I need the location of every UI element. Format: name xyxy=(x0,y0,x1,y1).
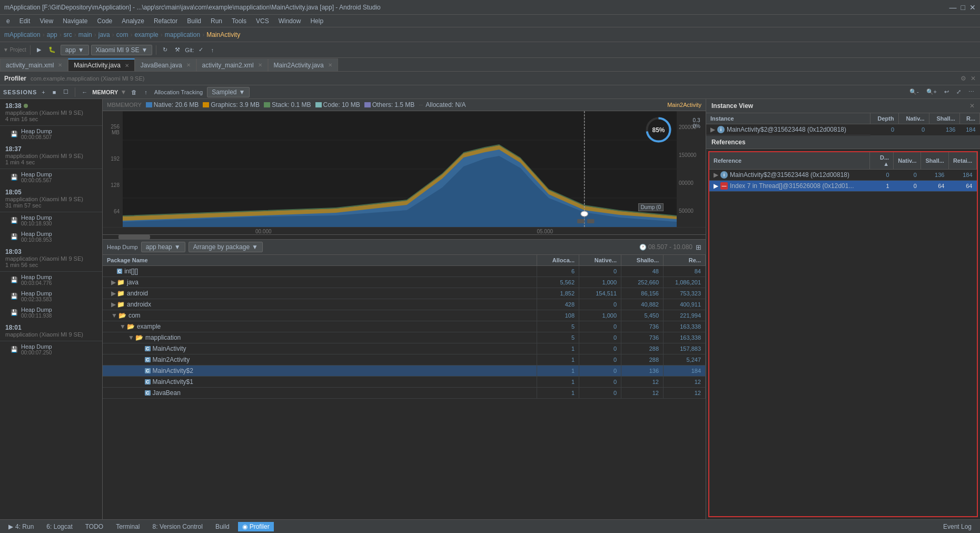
breadcrumb-main[interactable]: main xyxy=(78,31,92,38)
tab-close-icon[interactable]: ✕ xyxy=(125,63,129,68)
heap-dump-item-6[interactable]: 💾 Heap Dump 00:02:33.583 xyxy=(0,288,102,304)
tab-close-icon[interactable]: ✕ xyxy=(186,62,191,68)
col-alloca[interactable]: Alloca... xyxy=(537,255,579,266)
expand-icon[interactable]: ▼ xyxy=(120,323,126,330)
zoom-in-button[interactable]: 🔍+ xyxy=(924,87,939,96)
menu-item-window[interactable]: Window xyxy=(274,16,305,26)
maximize-button[interactable]: □ xyxy=(961,3,965,12)
menu-item-refactor[interactable]: Refactor xyxy=(150,16,182,26)
sync-button[interactable]: ↻ xyxy=(160,45,170,54)
minimize-button[interactable]: — xyxy=(949,3,957,12)
col-shallow[interactable]: Shallo... xyxy=(621,255,664,266)
close-button[interactable]: ✕ xyxy=(969,3,976,12)
table-row[interactable]: C MainActivity$1 1 0 12 12 xyxy=(103,377,706,388)
session-item-1837[interactable]: 18:37 mapplication (Xiaomi MI 9 SE) 1 mi… xyxy=(0,142,102,169)
status-tab-build[interactable]: Build xyxy=(211,522,234,531)
table-row[interactable]: ▶ 📁 java 5,562 1,000 252,660 1,086,201 xyxy=(103,277,706,288)
expand-icon[interactable]: ▶ xyxy=(111,279,116,286)
memory-dropdown-icon[interactable]: ▼ xyxy=(120,88,126,96)
status-tab-logcat[interactable]: 6: Logcat xyxy=(42,522,76,531)
col-depth[interactable]: D... ▲ xyxy=(870,152,894,170)
expand-button[interactable]: ⤢ xyxy=(954,87,964,96)
instance-row[interactable]: ▶ i MainActivity$2@315623448 (0x12d00818… xyxy=(706,124,980,136)
breadcrumb-example[interactable]: example xyxy=(134,31,158,38)
tab-main2activity[interactable]: Main2Activity.java ✕ xyxy=(268,58,338,71)
menu-item-analyze[interactable]: Analyze xyxy=(117,16,149,26)
instance-table-container[interactable]: Instance Depth Nativ... Shall... R... ▶ … xyxy=(706,113,980,136)
instance-view-close[interactable]: ✕ xyxy=(969,102,975,110)
menu-item-file[interactable]: e xyxy=(2,16,14,26)
table-row[interactable]: ▼ 📂 mapplication 5 0 736 163,338 xyxy=(103,332,706,343)
tab-activity-main2[interactable]: activity_main2.xml ✕ xyxy=(196,58,268,71)
col-native[interactable]: Native... xyxy=(579,255,621,266)
menu-item-run[interactable]: Run xyxy=(206,16,226,26)
menu-item-vcs[interactable]: VCS xyxy=(252,16,273,26)
menu-item-view[interactable]: View xyxy=(35,16,57,26)
tab-javabean[interactable]: JavaBean.java ✕ xyxy=(135,58,196,71)
expand-icon[interactable]: ▼ xyxy=(111,312,117,319)
back-button[interactable]: ← xyxy=(79,88,90,96)
heap-type-dropdown[interactable]: app heap ▼ xyxy=(141,242,185,252)
menu-item-edit[interactable]: Edit xyxy=(15,16,35,26)
menu-item-tools[interactable]: Tools xyxy=(227,16,251,26)
expand-icon[interactable]: ▶ xyxy=(111,301,116,308)
breadcrumb-app[interactable]: app xyxy=(47,31,57,38)
table-row-selected[interactable]: C MainActivity$2 1 0 136 184 xyxy=(103,366,706,377)
arrange-dropdown[interactable]: Arrange by package ▼ xyxy=(189,242,263,252)
table-row[interactable]: C int[][] 6 0 48 84 xyxy=(103,266,706,277)
table-row[interactable]: ▶ 📁 androidx 428 0 40,882 400,911 xyxy=(103,299,706,310)
close-session-button[interactable]: ☐ xyxy=(61,87,71,96)
sampled-dropdown[interactable]: Sampled ▼ xyxy=(207,87,250,97)
table-row[interactable]: ▼ 📂 com 108 1,000 5,450 221,994 xyxy=(103,310,706,321)
heap-dump-item-3[interactable]: 💾 Heap Dump 00:10:18.930 xyxy=(0,212,102,229)
scrollbar-thumb[interactable] xyxy=(118,235,150,239)
package-table-container[interactable]: Package Name Alloca... Native... Shallo.… xyxy=(103,255,706,519)
table-row[interactable]: ▶ 📁 android 1,852 154,511 86,156 753,323 xyxy=(103,288,706,299)
heap-dump-item-1[interactable]: 💾 Heap Dump 00:00:08.507 xyxy=(0,126,102,142)
status-tab-eventlog[interactable]: Event Log xyxy=(939,522,976,531)
menu-item-code[interactable]: Code xyxy=(93,16,117,26)
git-check-button[interactable]: ✓ xyxy=(196,45,206,54)
breadcrumb-java[interactable]: java xyxy=(98,31,110,38)
col-shallow[interactable]: Shall... xyxy=(929,113,959,124)
breadcrumb-mApplication[interactable]: mApplication xyxy=(4,31,41,38)
session-item-1838[interactable]: 18:38 mapplication (Xiaomi MI 9 SE) 4 mi… xyxy=(0,99,102,126)
stop-session-button[interactable]: ■ xyxy=(50,88,59,96)
col-depth[interactable]: Depth xyxy=(870,113,898,124)
col-native[interactable]: Nativ... xyxy=(894,152,921,170)
profiler-close-icon[interactable]: ✕ xyxy=(971,75,976,82)
tab-close-icon[interactable]: ✕ xyxy=(58,62,62,68)
menu-item-help[interactable]: Help xyxy=(306,16,328,26)
tab-close-icon[interactable]: ✕ xyxy=(258,62,262,68)
tab-mainactivity[interactable]: MainActivity.java ✕ xyxy=(68,58,134,71)
menu-item-build[interactable]: Build xyxy=(183,16,205,26)
status-tab-terminal[interactable]: Terminal xyxy=(112,522,144,531)
table-row[interactable]: C MainActivity 1 0 288 157,883 xyxy=(103,343,706,354)
session-item-1805[interactable]: 18:05 mapplication (Xiaomi MI 9 SE) 31 m… xyxy=(0,185,102,212)
heap-dump-item-8[interactable]: 💾 Heap Dump 00:00:07.250 xyxy=(0,341,102,358)
breadcrumb-mapplication[interactable]: mapplication xyxy=(165,31,200,38)
git-commit-button[interactable]: ↑ xyxy=(208,46,216,54)
ref-row-2-selected[interactable]: ▶ — Index 7 in Thread[]@315626008 (0x12d… xyxy=(709,181,977,192)
expand-icon[interactable]: ▼ xyxy=(128,334,134,341)
status-tab-run[interactable]: ▶ 4: Run xyxy=(4,522,38,531)
heap-dump-item-5[interactable]: 💾 Heap Dump 00:03:04.776 xyxy=(0,272,102,288)
tab-close-icon[interactable]: ✕ xyxy=(328,62,332,68)
add-session-button[interactable]: + xyxy=(39,88,47,96)
ref-row-1[interactable]: ▶ i MainActivity$2@315623448 (0x12d00818… xyxy=(709,169,977,181)
menu-item-navigate[interactable]: Navigate xyxy=(58,16,92,26)
ref-table-container[interactable]: Reference D... ▲ Nativ... Shall... Retai… xyxy=(708,151,978,518)
memory-chart-canvas[interactable]: 256 MB 192 128 64 xyxy=(103,111,706,227)
col-retained[interactable]: R... xyxy=(959,113,979,124)
expand-icon[interactable]: ▶ xyxy=(710,126,715,133)
build-button[interactable]: ⚒ xyxy=(172,45,183,54)
app-dropdown[interactable]: app ▼ xyxy=(61,45,89,55)
col-instance[interactable]: Instance xyxy=(706,113,870,124)
heap-dump-item-4[interactable]: 💾 Heap Dump 00:10:08.953 xyxy=(0,229,102,245)
status-tab-todo[interactable]: TODO xyxy=(81,522,107,531)
run-button[interactable]: ▶ xyxy=(34,45,44,54)
delete-heap-button[interactable]: 🗑 xyxy=(128,88,140,96)
col-reference[interactable]: Reference xyxy=(709,152,870,170)
session-item-1803[interactable]: 18:03 mapplication (Xiaomi MI 9 SE) 1 mi… xyxy=(0,245,102,272)
col-native[interactable]: Nativ... xyxy=(898,113,929,124)
